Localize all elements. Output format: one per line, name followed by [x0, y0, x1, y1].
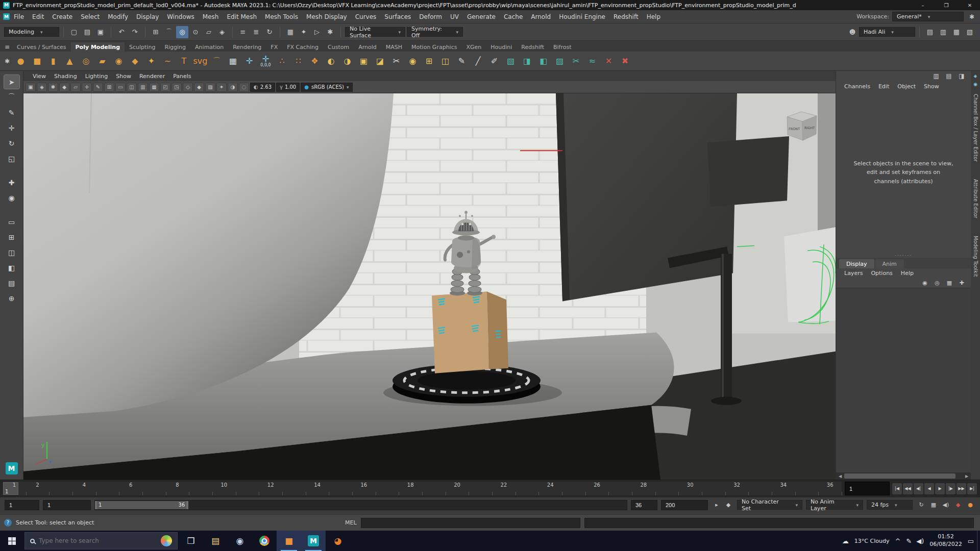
poly-cube-button[interactable]: ■	[29, 53, 45, 70]
minimize-button[interactable]: –	[913, 0, 933, 10]
layer-menu-item[interactable]: Options	[867, 269, 896, 278]
shelf-tab[interactable]: Houdini	[486, 42, 517, 52]
menu-set-selector[interactable]: Modeling	[4, 27, 59, 37]
menu-item[interactable]: Windows	[163, 11, 199, 22]
layout-single-pane-button[interactable]: ▭	[4, 215, 19, 229]
shelf-tab[interactable]: Bifrost	[549, 42, 576, 52]
table-grid-button[interactable]: ▦	[225, 53, 241, 70]
render-current-frame-button[interactable]: ✦	[298, 26, 310, 38]
layout-four-pane-button[interactable]: ⊞	[4, 230, 19, 244]
menu-item[interactable]: UV	[446, 11, 463, 22]
type-tool-button[interactable]: T	[176, 53, 192, 70]
layer-menu-item[interactable]: Help	[897, 269, 918, 278]
range-start-handle[interactable]: 1	[99, 502, 102, 508]
playback-range[interactable]: 1 36	[95, 501, 188, 509]
taskbar-app-button[interactable]: ❒	[179, 531, 203, 551]
close-button[interactable]: ✕	[960, 0, 980, 10]
sync-playback-icon[interactable]: ↻	[916, 500, 926, 510]
freeze-transform-button[interactable]: ✖	[617, 53, 633, 70]
snap-to-points-button[interactable]: ◎	[176, 26, 188, 38]
taskbar-app-button[interactable]: ▤	[203, 531, 228, 551]
speaker-icon[interactable]: ◀)	[941, 500, 951, 510]
playback-end-field[interactable]	[631, 500, 657, 510]
boolean-union-button[interactable]: ◐	[323, 53, 339, 70]
render-settings-button[interactable]: ✱	[324, 26, 336, 38]
scale-tool[interactable]: ◱	[4, 152, 19, 165]
taskbar-clock[interactable]: 01:52 06/08/2022	[929, 533, 962, 548]
menu-item[interactable]: Arnold	[527, 11, 555, 22]
2d-pan-zoom-icon[interactable]: ✛	[82, 83, 92, 92]
start-button[interactable]	[0, 531, 23, 551]
curves-tool-button[interactable]: ~	[160, 53, 176, 70]
cut-uv-button[interactable]: ✂	[568, 53, 584, 70]
workspace-selector[interactable]: General*	[892, 12, 964, 21]
multi-cut-button[interactable]: ✂	[388, 53, 404, 70]
layout-persp-outliner-button[interactable]: ◧	[4, 261, 19, 274]
taskbar-app-button[interactable]: ■	[277, 531, 301, 551]
layer-menu-item[interactable]: Layers	[840, 269, 867, 278]
taskbar-app-button[interactable]: ◉	[228, 531, 252, 551]
workspace-settings-icon[interactable]: ✱	[967, 12, 977, 21]
gate-mask-icon[interactable]: ▥	[138, 83, 148, 92]
menu-item[interactable]: Mesh Tools	[261, 11, 302, 22]
action-center-icon[interactable]: ▭	[968, 537, 974, 545]
menu-item[interactable]: Curves	[351, 11, 381, 22]
channel-box-menu-item[interactable]: Edit	[874, 82, 893, 91]
taskbar-app-button[interactable]: ◕	[326, 531, 350, 551]
pen-settings-icon[interactable]: ✎	[906, 537, 912, 545]
shelf-tab[interactable]: Animation	[190, 42, 228, 52]
current-frame-marker[interactable]: 1	[3, 482, 18, 495]
lock-camera-icon[interactable]: ◈	[37, 83, 47, 92]
lasso-select-tool[interactable]: ⌒	[4, 90, 19, 104]
floor-patch[interactable]	[784, 227, 836, 322]
svg-tool-button[interactable]: svg	[192, 53, 208, 70]
volume-icon[interactable]: ◀)	[916, 537, 924, 545]
layer-scrollbar[interactable]: ◀ ▶	[836, 472, 971, 480]
channel-box-menu-item[interactable]: Object	[893, 82, 920, 91]
fps-menu[interactable]: 24 fps	[867, 500, 913, 510]
uv-editor-button[interactable]: ◨	[519, 53, 535, 70]
scrollbar-thumb[interactable]	[844, 473, 955, 479]
viewport-3d[interactable]: FRONT RIGHT y	[23, 93, 836, 480]
select-tool[interactable]: ➤	[4, 75, 19, 89]
menu-item[interactable]: Display	[132, 11, 163, 22]
grease-pencil-icon[interactable]: ✎	[93, 83, 103, 92]
snap-to-origin-button[interactable]: ✛ 0,0,0	[258, 53, 274, 70]
animation-end-field[interactable]	[661, 500, 708, 510]
hidden-icons-chevron[interactable]: ^	[895, 537, 900, 545]
quad-draw-button[interactable]: ⊞	[421, 53, 437, 70]
time-slider[interactable]: 1 124681012141618202224262830323436	[2, 481, 842, 496]
menu-item[interactable]: Select	[77, 11, 104, 22]
layer-playback-icon[interactable]: ◎	[932, 278, 942, 288]
snap-align-button[interactable]: ✛	[241, 53, 257, 70]
symmetry-selector[interactable]: Symmetry: Off	[407, 27, 463, 37]
taskbar-app-button[interactable]: M	[301, 531, 326, 551]
gamma-field[interactable]: γ 1.00	[276, 83, 300, 92]
poly-sphere-button[interactable]: ●	[13, 53, 29, 70]
image-plane-icon[interactable]: ▱	[70, 83, 81, 92]
menu-item[interactable]: Create	[48, 11, 77, 22]
safe-title-icon[interactable]: ◳	[172, 83, 182, 92]
anim-layer-menu[interactable]: No Anim Layer	[806, 500, 863, 510]
menu-item[interactable]: Mesh Display	[302, 11, 351, 22]
poly-disc-button[interactable]: ◉	[111, 53, 127, 70]
instancer-button[interactable]: ❖	[307, 53, 323, 70]
weather-text[interactable]: 13°C Cloudy	[854, 538, 890, 544]
channel-box-menu-item[interactable]: Show	[920, 82, 943, 91]
panel-menu-item[interactable]: Panels	[169, 72, 195, 81]
search-input[interactable]	[39, 537, 157, 544]
toggle-channel-box-button[interactable]: ▦	[950, 26, 963, 38]
measure-tool-button[interactable]: ╱	[470, 53, 486, 70]
step-back-key-button[interactable]: ◀|	[914, 483, 923, 494]
menu-item[interactable]: Modify	[104, 11, 132, 22]
new-scene-button[interactable]: ▢	[68, 26, 80, 38]
menu-item[interactable]: Edit Mesh	[223, 11, 261, 22]
shelf-tab[interactable]: Redshift	[517, 42, 549, 52]
layer-editor-tab[interactable]: Anim	[875, 259, 904, 268]
shelf-tab[interactable]: Rendering	[228, 42, 266, 52]
safe-action-icon[interactable]: ◰	[160, 83, 170, 92]
view-transform-selector[interactable]: ● sRGB (ACES)	[301, 83, 352, 92]
mirror-button[interactable]: ◫	[437, 53, 453, 70]
menu-item[interactable]: Houdini Engine	[555, 11, 609, 22]
step-forward-frame-button[interactable]: ▶▶	[957, 483, 966, 494]
